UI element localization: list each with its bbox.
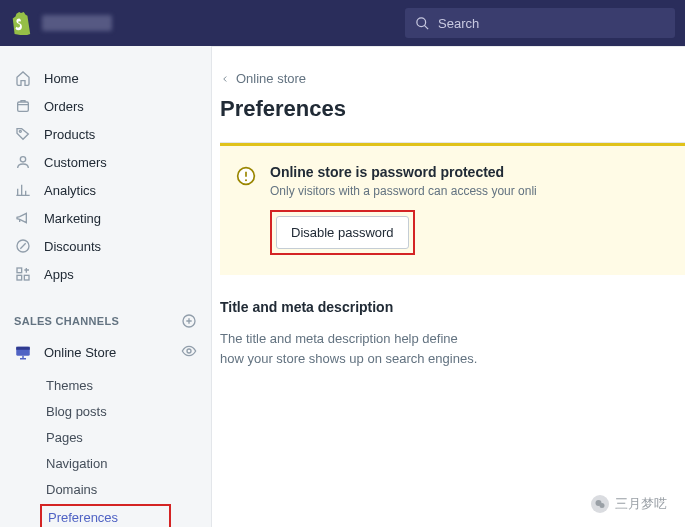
nav-discounts[interactable]: Discounts: [0, 232, 211, 260]
nav-online-store[interactable]: Online Store: [0, 338, 211, 366]
nav-label: Discounts: [44, 239, 101, 254]
sub-domains[interactable]: Domains: [0, 476, 211, 502]
nav-label: Products: [44, 127, 95, 142]
home-icon: [14, 69, 32, 87]
search-icon: [415, 16, 430, 31]
orders-icon: [14, 97, 32, 115]
logo-area: [10, 11, 112, 35]
svg-rect-7: [24, 275, 29, 280]
sub-list: Themes Blog posts Pages Navigation Domai…: [0, 372, 211, 527]
page-title: Preferences: [220, 96, 685, 122]
add-channel-button[interactable]: [181, 313, 197, 329]
svg-point-17: [600, 503, 605, 508]
nav-orders[interactable]: Orders: [0, 92, 211, 120]
svg-rect-11: [16, 347, 30, 350]
svg-line-1: [424, 25, 428, 29]
nav-products[interactable]: Products: [0, 120, 211, 148]
view-store-button[interactable]: [181, 343, 197, 362]
nav-apps[interactable]: Apps: [0, 260, 211, 288]
nav-label: Home: [44, 71, 79, 86]
sub-preferences[interactable]: Preferences: [48, 506, 169, 527]
section-description: The title and meta description help defi…: [220, 329, 480, 368]
sales-channels-section: SALES CHANNELS Online Store Themes Blog …: [0, 310, 211, 527]
password-notice: Online store is password protected Only …: [220, 143, 685, 275]
nav-label: Marketing: [44, 211, 101, 226]
section-title: Title and meta description: [220, 299, 685, 315]
search-placeholder: Search: [438, 16, 479, 31]
tag-icon: [14, 125, 32, 143]
search-input[interactable]: Search: [405, 8, 675, 38]
chevron-left-icon: [220, 74, 230, 84]
online-store-icon: [14, 343, 32, 361]
nav-customers[interactable]: Customers: [0, 148, 211, 176]
nav-label: Analytics: [44, 183, 96, 198]
megaphone-icon: [14, 209, 32, 227]
svg-point-0: [417, 17, 426, 26]
watermark: 三月梦呓: [591, 495, 667, 513]
svg-rect-2: [18, 102, 29, 111]
layout: Home Orders Products Customers Analytics…: [0, 46, 685, 527]
breadcrumb[interactable]: Online store: [220, 71, 685, 86]
sub-blog-posts[interactable]: Blog posts: [0, 398, 211, 424]
svg-point-3: [19, 130, 21, 132]
wechat-icon: [591, 495, 609, 513]
search-wrap: Search: [405, 8, 675, 38]
svg-point-4: [20, 157, 25, 162]
alert-icon: [236, 166, 256, 186]
highlight-box-preferences: Preferences: [40, 504, 171, 527]
svg-rect-8: [17, 275, 22, 280]
store-name: [42, 15, 112, 31]
title-meta-section: Title and meta description The title and…: [220, 275, 685, 368]
sub-themes[interactable]: Themes: [0, 372, 211, 398]
shopify-logo-icon: [10, 11, 32, 35]
sidebar: Home Orders Products Customers Analytics…: [0, 46, 212, 527]
nav-label: Apps: [44, 267, 74, 282]
svg-point-12: [187, 349, 191, 353]
section-title: SALES CHANNELS: [14, 315, 119, 327]
sub-navigation[interactable]: Navigation: [0, 450, 211, 476]
disable-password-button[interactable]: Disable password: [276, 216, 409, 249]
highlight-box-disable: Disable password: [270, 210, 415, 255]
sub-pages[interactable]: Pages: [0, 424, 211, 450]
svg-point-15: [245, 179, 247, 181]
notice-title: Online store is password protected: [270, 164, 669, 180]
discount-icon: [14, 237, 32, 255]
watermark-text: 三月梦呓: [615, 495, 667, 513]
svg-rect-6: [17, 268, 22, 273]
main-content: Online store Preferences Online store is…: [212, 46, 685, 527]
customers-icon: [14, 153, 32, 171]
nav-label: Customers: [44, 155, 107, 170]
nav-analytics[interactable]: Analytics: [0, 176, 211, 204]
nav-label: Orders: [44, 99, 84, 114]
notice-subtitle: Only visitors with a password can access…: [270, 184, 669, 198]
nav-marketing[interactable]: Marketing: [0, 204, 211, 232]
app-header: Search: [0, 0, 685, 46]
section-head: SALES CHANNELS: [0, 310, 211, 332]
nav-home[interactable]: Home: [0, 64, 211, 92]
apps-icon: [14, 265, 32, 283]
crumb-label: Online store: [236, 71, 306, 86]
nav-label: Online Store: [44, 345, 116, 360]
notice-body: Online store is password protected Only …: [270, 164, 669, 255]
analytics-icon: [14, 181, 32, 199]
